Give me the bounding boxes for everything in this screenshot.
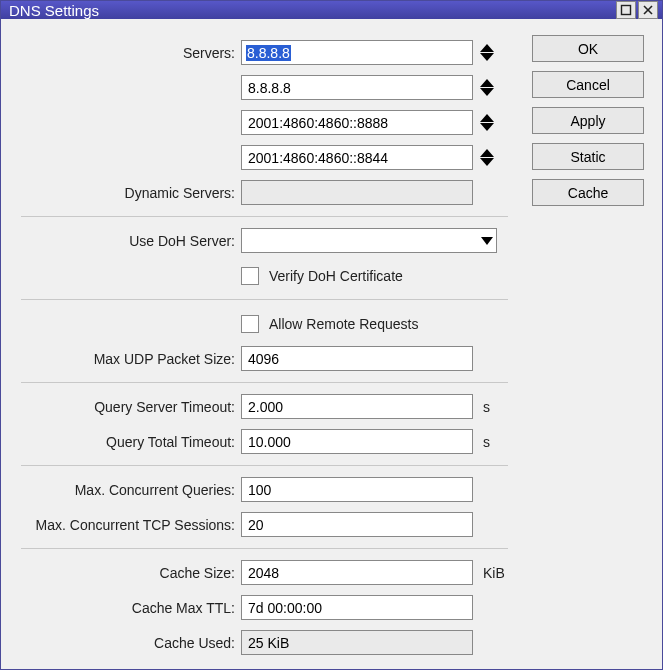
max-concurrent-tcp-label: Max. Concurrent TCP Sessions: <box>11 517 241 533</box>
seconds-unit: s <box>483 399 490 415</box>
servers-row-3 <box>11 140 508 175</box>
seconds-unit: s <box>483 434 490 450</box>
svg-marker-3 <box>481 237 493 245</box>
servers-label: Servers: <box>11 45 241 61</box>
ok-button[interactable]: OK <box>532 35 644 62</box>
server-spinner-2[interactable] <box>480 114 494 131</box>
dynamic-servers-row: Dynamic Servers: <box>11 175 508 210</box>
static-button[interactable]: Static <box>532 143 644 170</box>
cancel-button[interactable]: Cancel <box>532 71 644 98</box>
titlebar: DNS Settings <box>1 1 662 19</box>
max-concurrent-queries-input[interactable] <box>241 477 473 502</box>
allow-remote-row: Allow Remote Requests <box>11 306 508 341</box>
server-spinner-0[interactable] <box>480 44 494 61</box>
server-value-0: 8.8.8.8 <box>246 45 291 61</box>
allow-remote-checkbox[interactable] <box>241 315 259 333</box>
chevron-up-icon[interactable] <box>480 114 494 122</box>
minimize-button[interactable] <box>616 1 636 19</box>
max-concurrent-tcp-row: Max. Concurrent TCP Sessions: <box>11 507 508 542</box>
separator <box>21 382 508 383</box>
verify-doh-row: Verify DoH Certificate <box>11 258 508 293</box>
max-concurrent-queries-row: Max. Concurrent Queries: <box>11 472 508 507</box>
doh-server-row: Use DoH Server: <box>11 223 508 258</box>
cache-used-label: Cache Used: <box>11 635 241 651</box>
dynamic-servers-input <box>241 180 473 205</box>
cache-size-input[interactable] <box>241 560 473 585</box>
use-doh-label: Use DoH Server: <box>11 233 241 249</box>
allow-remote-label: Allow Remote Requests <box>269 316 418 332</box>
dropdown-arrow-icon <box>478 237 496 245</box>
cache-max-ttl-input[interactable] <box>241 595 473 620</box>
server-input-2[interactable] <box>241 110 473 135</box>
query-server-timeout-label: Query Server Timeout: <box>11 399 241 415</box>
svg-rect-0 <box>622 6 631 15</box>
cache-used-row: Cache Used: <box>11 625 508 660</box>
separator <box>21 548 508 549</box>
cache-max-ttl-row: Cache Max TTL: <box>11 590 508 625</box>
cache-used-input <box>241 630 473 655</box>
servers-row-0: Servers: 8.8.8.8 <box>11 35 508 70</box>
separator <box>21 216 508 217</box>
form-area: Servers: 8.8.8.8 <box>11 35 508 660</box>
minimize-icon <box>620 4 632 16</box>
chevron-down-icon[interactable] <box>480 53 494 61</box>
cache-size-label: Cache Size: <box>11 565 241 581</box>
chevron-up-icon[interactable] <box>480 149 494 157</box>
server-input-0[interactable]: 8.8.8.8 <box>241 40 473 65</box>
separator <box>21 465 508 466</box>
chevron-down-icon[interactable] <box>480 88 494 96</box>
kib-unit: KiB <box>483 565 505 581</box>
server-input-1[interactable] <box>241 75 473 100</box>
max-concurrent-queries-label: Max. Concurrent Queries: <box>11 482 241 498</box>
close-icon <box>642 4 654 16</box>
server-spinner-3[interactable] <box>480 149 494 166</box>
query-server-timeout-input[interactable] <box>241 394 473 419</box>
chevron-down-icon[interactable] <box>480 158 494 166</box>
chevron-down-icon[interactable] <box>480 123 494 131</box>
button-column: OK Cancel Apply Static Cache <box>532 35 644 660</box>
max-udp-label: Max UDP Packet Size: <box>11 351 241 367</box>
verify-doh-label: Verify DoH Certificate <box>269 268 403 284</box>
query-total-timeout-input[interactable] <box>241 429 473 454</box>
server-spinner-1[interactable] <box>480 79 494 96</box>
chevron-up-icon[interactable] <box>480 44 494 52</box>
dns-settings-window: DNS Settings Servers: 8.8.8.8 <box>0 0 663 670</box>
separator <box>21 299 508 300</box>
max-concurrent-tcp-input[interactable] <box>241 512 473 537</box>
query-total-timeout-row: Query Total Timeout: s <box>11 424 508 459</box>
doh-server-dropdown[interactable] <box>241 228 497 253</box>
apply-button[interactable]: Apply <box>532 107 644 134</box>
cache-button[interactable]: Cache <box>532 179 644 206</box>
cache-size-row: Cache Size: KiB <box>11 555 508 590</box>
cache-max-ttl-label: Cache Max TTL: <box>11 600 241 616</box>
close-button[interactable] <box>638 1 658 19</box>
query-total-timeout-label: Query Total Timeout: <box>11 434 241 450</box>
dynamic-servers-label: Dynamic Servers: <box>11 185 241 201</box>
max-udp-input[interactable] <box>241 346 473 371</box>
chevron-up-icon[interactable] <box>480 79 494 87</box>
servers-row-2 <box>11 105 508 140</box>
window-title: DNS Settings <box>9 2 614 19</box>
verify-doh-checkbox[interactable] <box>241 267 259 285</box>
max-udp-row: Max UDP Packet Size: <box>11 341 508 376</box>
server-input-3[interactable] <box>241 145 473 170</box>
query-server-timeout-row: Query Server Timeout: s <box>11 389 508 424</box>
servers-row-1 <box>11 70 508 105</box>
